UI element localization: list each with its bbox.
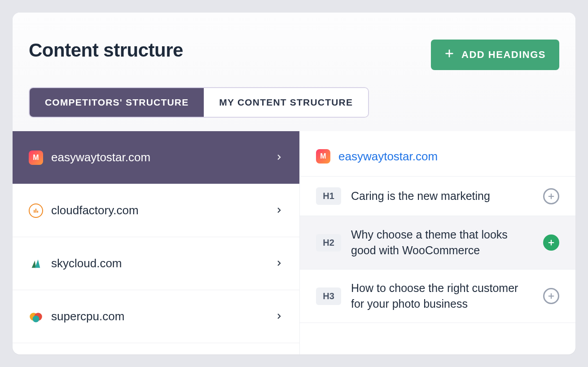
heading-level-badge: H3	[316, 287, 341, 305]
heading-text: Caring is the new marketing	[351, 188, 533, 204]
competitor-list: M easywaytostar.com cloudfactory.com	[13, 131, 300, 354]
page-title: Content structure	[29, 40, 183, 61]
tabs-container: COMPETITORS' STRUCTURE MY CONTENT STRUCT…	[13, 79, 575, 131]
plus-icon	[444, 49, 454, 61]
detail-domain-link[interactable]: easywaytostar.com	[338, 150, 438, 164]
chevron-right-icon	[275, 310, 283, 323]
chevron-right-icon	[275, 256, 283, 270]
competitor-row-cloudfactory[interactable]: cloudfactory.com	[13, 184, 299, 237]
tab-competitors[interactable]: COMPETITORS' STRUCTURE	[30, 88, 204, 117]
card-header: Content structure ADD HEADINGS	[13, 13, 575, 79]
add-heading-button[interactable]	[543, 188, 559, 204]
competitor-domain-label: skycloud.com	[51, 256, 122, 270]
competitor-row-easywaytostar[interactable]: M easywaytostar.com	[13, 131, 299, 184]
competitor-domain-label: supercpu.com	[51, 310, 124, 323]
content-structure-card: Content structure ADD HEADINGS COMPETITO…	[13, 13, 575, 354]
favicon-detail-icon: M	[316, 149, 330, 164]
heading-text: How to choose the right customer for you…	[351, 280, 533, 312]
competitor-row-supercpu[interactable]: supercpu.com	[13, 290, 299, 343]
add-headings-label: ADD HEADINGS	[461, 49, 546, 61]
chevron-right-icon	[275, 203, 283, 217]
heading-text: Why choose a theme that looks good with …	[351, 227, 533, 258]
tab-my-content[interactable]: MY CONTENT STRUCTURE	[204, 88, 368, 117]
heading-row: H3 How to choose the right customer for …	[300, 270, 575, 323]
add-heading-button[interactable]	[543, 288, 559, 304]
favicon-easywaytostar-icon: M	[29, 150, 43, 165]
competitor-domain-label: easywaytostar.com	[51, 150, 150, 164]
add-headings-button[interactable]: ADD HEADINGS	[431, 40, 559, 70]
svg-point-7	[33, 315, 39, 322]
competitor-domain-label: cloudfactory.com	[51, 203, 139, 217]
chevron-right-icon	[275, 150, 283, 164]
add-heading-button[interactable]	[543, 234, 559, 251]
favicon-cloudfactory-icon	[29, 203, 43, 218]
competitor-row-skycloud[interactable]: skycloud.com	[13, 237, 299, 290]
content-split: M easywaytostar.com cloudfactory.com	[13, 131, 575, 354]
heading-level-badge: H1	[316, 187, 341, 205]
favicon-skycloud-icon	[29, 256, 43, 271]
detail-header: M easywaytostar.com	[300, 131, 575, 177]
tab-group: COMPETITORS' STRUCTURE MY CONTENT STRUCT…	[29, 87, 369, 118]
heading-row: H1 Caring is the new marketing	[300, 177, 575, 216]
favicon-supercpu-icon	[29, 310, 43, 324]
heading-row: H2 Why choose a theme that looks good wi…	[300, 216, 575, 270]
heading-level-badge: H2	[316, 234, 341, 252]
competitor-detail: M easywaytostar.com H1 Caring is the new…	[300, 131, 575, 354]
